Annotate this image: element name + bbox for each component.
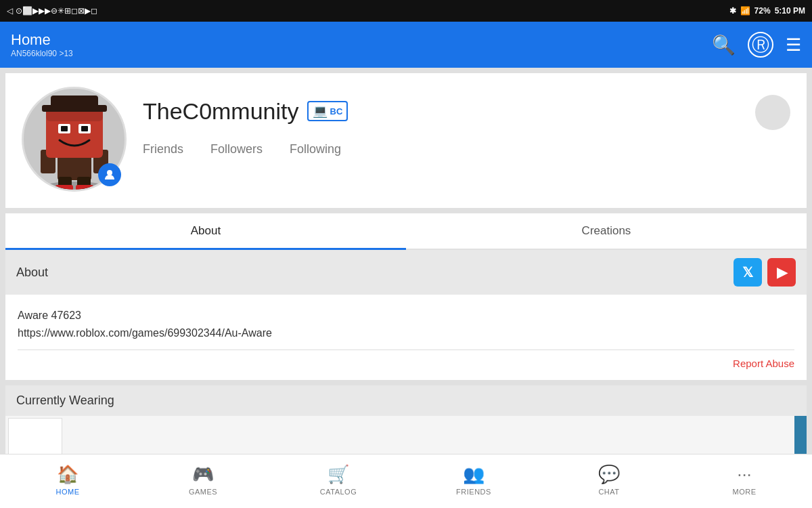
nav-chat[interactable]: 💬 CHAT bbox=[541, 454, 677, 508]
about-section-header: About 𝕏 ▶ bbox=[5, 250, 807, 295]
page-title: Home bbox=[11, 31, 73, 49]
robux-icon[interactable]: Ⓡ bbox=[748, 32, 773, 58]
twitter-button[interactable]: 𝕏 bbox=[734, 258, 762, 287]
tab-creations[interactable]: Creations bbox=[406, 213, 807, 249]
wearing-title: Currently Wearing bbox=[16, 394, 114, 407]
friends-stat[interactable]: Friends bbox=[143, 142, 183, 156]
top-bar: Home AN566klol90 >13 🔍 Ⓡ ☰ bbox=[0, 22, 812, 68]
tab-about[interactable]: About bbox=[5, 213, 406, 249]
wifi-icon: 📶 bbox=[740, 6, 750, 16]
twitter-icon: 𝕏 bbox=[742, 264, 753, 280]
nav-home[interactable]: 🏠 HOME bbox=[0, 454, 135, 508]
monitor-icon: 💻 bbox=[313, 104, 328, 119]
catalog-icon: 🛒 bbox=[328, 464, 349, 485]
search-icon[interactable]: 🔍 bbox=[712, 34, 736, 56]
svg-point-0 bbox=[44, 182, 105, 190]
home-label: HOME bbox=[56, 488, 80, 496]
bio-line1: Aware 47623 bbox=[18, 307, 794, 324]
top-bar-actions: 🔍 Ⓡ ☰ bbox=[712, 32, 801, 58]
svg-point-17 bbox=[107, 170, 112, 175]
bottom-nav: 🏠 HOME 🎮 GAMES 🛒 CATALOG 👥 FRIENDS 💬 CHA… bbox=[0, 454, 812, 508]
profile-action-button[interactable] bbox=[755, 95, 790, 130]
back-icon: ◁ bbox=[7, 6, 13, 16]
bluetooth-icon: ✱ bbox=[729, 6, 736, 16]
status-bar: ◁ ⊙⬜▶▶▶⊖✳⊞◻⊠▶◻ ✱ 📶 72% 5:10 PM bbox=[0, 0, 812, 22]
chat-label: CHAT bbox=[598, 488, 619, 496]
about-content: Aware 47623 https://www.roblox.com/games… bbox=[5, 295, 807, 380]
status-left: ◁ ⊙⬜▶▶▶⊖✳⊞◻⊠▶◻ bbox=[7, 6, 97, 16]
more-label: MORE bbox=[733, 488, 757, 496]
svg-rect-14 bbox=[81, 126, 88, 131]
profile-name-row: TheC0mmunity 💻 BC bbox=[143, 92, 790, 130]
more-icon: ··· bbox=[737, 464, 752, 485]
about-title: About bbox=[16, 266, 48, 280]
menu-icon[interactable]: ☰ bbox=[786, 35, 801, 56]
svg-rect-7 bbox=[76, 185, 93, 190]
time-display: 5:10 PM bbox=[775, 6, 805, 16]
profile-stats: Friends Followers Following bbox=[143, 142, 790, 156]
svg-rect-16 bbox=[51, 96, 98, 109]
avatar-wrap bbox=[22, 87, 127, 192]
content-divider bbox=[18, 350, 794, 350]
status-right: ✱ 📶 72% 5:10 PM bbox=[729, 6, 805, 16]
nav-friends[interactable]: 👥 FRIENDS bbox=[406, 454, 541, 508]
nav-more[interactable]: ··· MORE bbox=[677, 454, 812, 508]
battery-text: 72% bbox=[754, 6, 771, 16]
username: TheC0mmunity bbox=[143, 98, 299, 125]
chat-icon: 💬 bbox=[598, 464, 620, 485]
bc-label: BC bbox=[330, 106, 343, 117]
nav-catalog[interactable]: 🛒 CATALOG bbox=[271, 454, 406, 508]
home-icon: 🏠 bbox=[57, 464, 78, 485]
bc-badge: 💻 BC bbox=[307, 101, 348, 121]
profile-card: TheC0mmunity 💻 BC Friends Followers Foll… bbox=[5, 73, 807, 208]
following-stat[interactable]: Following bbox=[290, 142, 341, 156]
signal-icons: ⊙⬜▶▶▶⊖✳⊞◻⊠▶◻ bbox=[16, 6, 97, 16]
social-icons: 𝕏 ▶ bbox=[734, 258, 796, 287]
games-label: GAMES bbox=[189, 488, 217, 496]
catalog-label: CATALOG bbox=[320, 488, 357, 496]
followers-stat[interactable]: Followers bbox=[210, 142, 263, 156]
svg-rect-5 bbox=[55, 185, 73, 190]
tab-bar: About Creations bbox=[5, 213, 807, 250]
games-icon: 🎮 bbox=[192, 464, 214, 485]
youtube-button[interactable]: ▶ bbox=[767, 258, 796, 287]
wearing-section-header: Currently Wearing bbox=[5, 385, 807, 416]
user-subtitle: AN566klol90 >13 bbox=[11, 49, 73, 58]
report-abuse-link[interactable]: Report Abuse bbox=[18, 356, 794, 372]
bio-link[interactable]: https://www.roblox.com/games/699302344/A… bbox=[18, 324, 794, 342]
friends-icon: 👥 bbox=[463, 464, 484, 485]
nav-games[interactable]: 🎮 GAMES bbox=[135, 454, 271, 508]
youtube-icon: ▶ bbox=[777, 264, 787, 280]
svg-rect-13 bbox=[61, 126, 68, 131]
avatar-badge bbox=[98, 163, 121, 186]
top-bar-left: Home AN566klol90 >13 bbox=[11, 31, 73, 58]
profile-info: TheC0mmunity 💻 BC Friends Followers Foll… bbox=[143, 87, 790, 156]
friends-label: FRIENDS bbox=[456, 488, 491, 496]
